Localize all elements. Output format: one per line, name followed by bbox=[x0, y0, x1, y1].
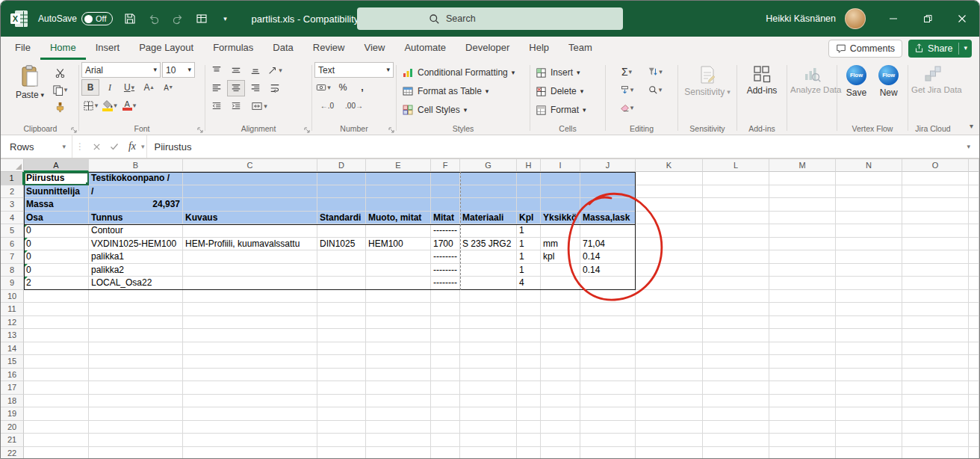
cell-G7[interactable] bbox=[460, 250, 517, 264]
ribbon-tab-formulas[interactable]: Formulas bbox=[203, 37, 263, 60]
cell-H18[interactable] bbox=[517, 395, 541, 408]
cell-E17[interactable] bbox=[366, 381, 431, 395]
row-header-7[interactable]: 7 bbox=[1, 250, 24, 264]
cell-L1[interactable] bbox=[703, 172, 769, 185]
cell-F16[interactable] bbox=[431, 369, 460, 382]
cell-E21[interactable] bbox=[366, 434, 431, 447]
cell-M9[interactable] bbox=[769, 277, 836, 290]
sort-filter-button[interactable]: ▾ bbox=[642, 64, 669, 80]
cell-J3[interactable] bbox=[580, 198, 636, 212]
column-header-L[interactable]: L bbox=[703, 159, 769, 172]
cell-D4[interactable]: Standardi bbox=[317, 212, 366, 225]
format-as-table-button[interactable]: Format as Table ▾ bbox=[399, 82, 518, 100]
cell-N15[interactable] bbox=[836, 355, 902, 369]
cell-N12[interactable] bbox=[836, 316, 902, 330]
cell-E22[interactable] bbox=[366, 447, 431, 459]
cell-K17[interactable] bbox=[636, 381, 703, 395]
cell-F1[interactable] bbox=[431, 172, 460, 185]
cell-G5[interactable] bbox=[460, 224, 517, 238]
cell-I7[interactable]: kpl bbox=[541, 250, 580, 264]
cell-B7[interactable]: palikka1 bbox=[89, 250, 183, 264]
cell-F6[interactable]: 1700 bbox=[431, 238, 460, 251]
cell-J21[interactable] bbox=[580, 434, 636, 447]
cell-B18[interactable] bbox=[89, 395, 183, 408]
column-header-O[interactable]: O bbox=[902, 159, 969, 172]
find-select-button[interactable]: ▾ bbox=[642, 81, 669, 98]
row-header-20[interactable]: 20 bbox=[1, 421, 24, 434]
cell-M8[interactable] bbox=[769, 264, 836, 277]
cell-G1[interactable] bbox=[460, 172, 517, 185]
cell-E8[interactable] bbox=[366, 264, 431, 277]
cell-I5[interactable] bbox=[541, 224, 580, 238]
row-header-19[interactable]: 19 bbox=[1, 407, 24, 421]
cell-G13[interactable] bbox=[460, 329, 517, 342]
ribbon-tab-data[interactable]: Data bbox=[263, 37, 303, 60]
cell-K1[interactable] bbox=[636, 172, 703, 185]
italic-button[interactable]: I bbox=[101, 79, 119, 96]
cell-A9[interactable]: 2 bbox=[24, 277, 89, 290]
copy-button[interactable]: ▾ bbox=[51, 81, 69, 98]
cell-B5[interactable]: Contour bbox=[89, 224, 183, 238]
cell-J12[interactable] bbox=[580, 316, 636, 330]
cell-I2[interactable] bbox=[541, 185, 580, 199]
cell-N19[interactable] bbox=[836, 407, 902, 421]
cell-F13[interactable] bbox=[431, 329, 460, 342]
cell-J7[interactable]: 0.14 bbox=[580, 250, 636, 264]
get-jira-data-button[interactable]: Get Jira Data bbox=[908, 62, 958, 95]
cell-L9[interactable] bbox=[703, 277, 769, 290]
cell-E4[interactable]: Muoto, mitat bbox=[366, 212, 431, 225]
cell-K8[interactable] bbox=[636, 264, 703, 277]
underline-button[interactable]: U▾ bbox=[120, 79, 138, 96]
cell-O4[interactable] bbox=[902, 212, 969, 225]
cell-I22[interactable] bbox=[541, 447, 580, 459]
cell-C19[interactable] bbox=[183, 407, 317, 421]
row-header-10[interactable]: 10 bbox=[1, 290, 24, 304]
cell-M17[interactable] bbox=[769, 381, 836, 395]
cell-H8[interactable]: 1 bbox=[517, 264, 541, 277]
cell-H2[interactable] bbox=[517, 185, 541, 199]
cell-O6[interactable] bbox=[902, 238, 969, 251]
fill-color-button[interactable]: ▾ bbox=[101, 97, 119, 114]
customize-quick-access-button[interactable]: ▾ bbox=[216, 7, 235, 30]
cell-J9[interactable] bbox=[580, 277, 636, 290]
cell-N18[interactable] bbox=[836, 395, 902, 408]
cell-B6[interactable]: VXDIN1025-HEM100 bbox=[89, 238, 183, 251]
cell-A5[interactable]: 0 bbox=[24, 224, 89, 238]
column-header-B[interactable]: B bbox=[89, 159, 183, 172]
cancel-entry-button[interactable] bbox=[87, 138, 105, 155]
cell-E1[interactable] bbox=[366, 172, 431, 185]
cell-C9[interactable] bbox=[183, 277, 317, 290]
cell-M19[interactable] bbox=[769, 407, 836, 421]
cell-G2[interactable] bbox=[460, 185, 517, 199]
cell-L15[interactable] bbox=[703, 355, 769, 369]
cell-O11[interactable] bbox=[902, 303, 969, 316]
cell-D15[interactable] bbox=[317, 355, 366, 369]
cell-C14[interactable] bbox=[183, 342, 317, 356]
avatar[interactable] bbox=[845, 8, 866, 29]
cell-J22[interactable] bbox=[580, 447, 636, 459]
cell-H19[interactable] bbox=[517, 407, 541, 421]
font-dialog-launcher[interactable] bbox=[197, 127, 203, 133]
cell-K19[interactable] bbox=[636, 407, 703, 421]
cell-N13[interactable] bbox=[836, 329, 902, 342]
cell-O17[interactable] bbox=[902, 381, 969, 395]
redo-button[interactable] bbox=[168, 7, 187, 30]
cell-I14[interactable] bbox=[541, 342, 580, 356]
delete-cells-button[interactable]: Delete ▾ bbox=[533, 82, 589, 100]
cell-H4[interactable]: Kpl bbox=[517, 212, 541, 225]
cell-E18[interactable] bbox=[366, 395, 431, 408]
row-header-13[interactable]: 13 bbox=[1, 329, 24, 342]
analyze-data-button[interactable]: Analyze Data bbox=[787, 62, 837, 95]
cell-L8[interactable] bbox=[703, 264, 769, 277]
cell-B10[interactable] bbox=[89, 290, 183, 304]
row-header-16[interactable]: 16 bbox=[1, 369, 24, 382]
sensitivity-button[interactable]: Sensitivity▾ bbox=[680, 62, 734, 97]
cell-K21[interactable] bbox=[636, 434, 703, 447]
column-header-H[interactable]: H bbox=[517, 159, 541, 172]
cell-G18[interactable] bbox=[460, 395, 517, 408]
cell-G4[interactable]: Materiaali bbox=[460, 212, 517, 225]
ribbon-tab-page-layout[interactable]: Page Layout bbox=[129, 37, 203, 60]
cell-J19[interactable] bbox=[580, 407, 636, 421]
cell-N11[interactable] bbox=[836, 303, 902, 316]
cell-L2[interactable] bbox=[703, 185, 769, 199]
